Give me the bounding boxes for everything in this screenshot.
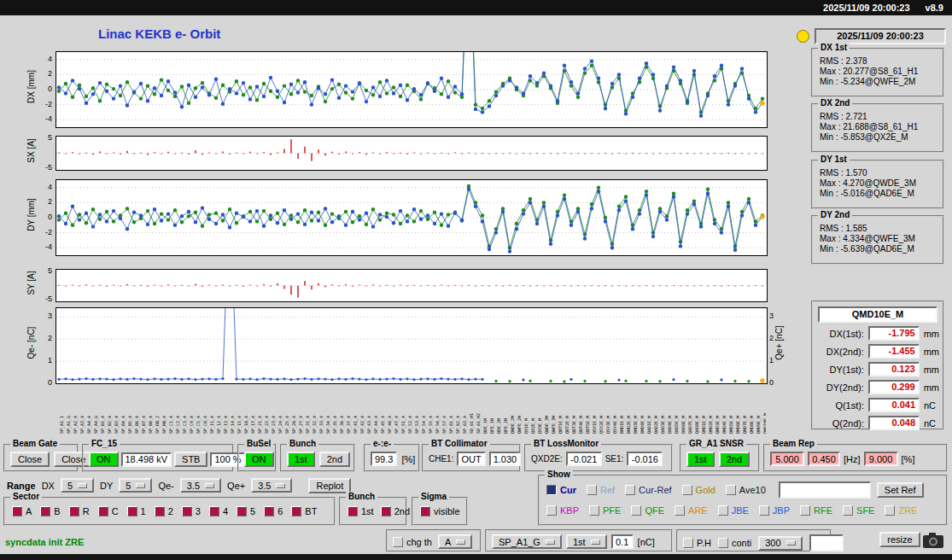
stat-group-title: DX 1st <box>818 43 850 52</box>
x-axis-label: QBT5E_M <box>585 416 590 434</box>
checkbox-jbe[interactable]: JBE <box>718 505 749 516</box>
checkbox-gold[interactable]: Gold <box>682 485 715 495</box>
checkbox-c[interactable]: C <box>98 506 119 516</box>
stat-group-title: DX 2nd <box>818 98 852 108</box>
qmd-row-value: 0.123 <box>868 362 920 376</box>
checkbox-cur-ref[interactable]: Cur-Ref <box>625 485 672 495</box>
set-ref-input[interactable] <box>779 481 871 499</box>
option-menu-icon <box>546 540 555 545</box>
checkbox-5[interactable]: 5 <box>237 506 255 516</box>
range-qe-plus-select[interactable]: 3.5 <box>251 478 292 493</box>
ee-ratio-group: e-:e- 99.3 [%] <box>364 444 420 472</box>
x-axis-label: SP_47_4 <box>394 416 399 434</box>
beam-rep-title: Beam Rep <box>770 439 817 448</box>
x-axis-label: SP_15_4 <box>237 416 242 434</box>
count-select[interactable]: 300 <box>758 536 802 551</box>
checkbox-box-icon <box>631 505 641 516</box>
stat-line: Max : 21.688@S8_61_H1 <box>813 121 943 131</box>
range-dx-select[interactable]: 5 <box>61 478 94 493</box>
range-qe-minus-select[interactable]: 3.5 <box>180 478 221 493</box>
range-dx-label: DX <box>42 481 55 491</box>
chg-th-checkbox-box <box>393 537 403 547</box>
checkbox-a[interactable]: A <box>12 506 32 516</box>
checkbox-pfe[interactable]: PFE <box>589 505 621 516</box>
checkbox-rfe[interactable]: RFE <box>800 505 832 516</box>
bpm-select[interactable]: SP_A1_G <box>492 534 562 549</box>
checkbox-box-icon <box>546 505 557 516</box>
qmd-row-value: 0.048 <box>868 416 920 430</box>
resize-button[interactable]: resize <box>879 532 920 547</box>
checkbox-label: ARE <box>688 505 708 516</box>
aux-input[interactable] <box>809 534 844 551</box>
ph-checkbox[interactable]: P.H <box>683 538 711 548</box>
stat-group-title: DY 1st <box>818 155 850 164</box>
range-dx-value: 5 <box>67 481 73 491</box>
bunch-number-select[interactable]: 1st <box>566 534 607 549</box>
x-axis-label: QMD9E_M <box>756 416 761 434</box>
checkbox-ref[interactable]: Ref <box>587 485 615 495</box>
dx-orbit-plot[interactable] <box>55 51 768 128</box>
tick-label: 4 <box>35 183 52 191</box>
beam-rep-readout-1: 5.000 <box>770 452 804 466</box>
charge-plot[interactable] <box>55 307 768 384</box>
set-ref-button[interactable]: Set Ref <box>877 482 924 498</box>
checkbox-ave10[interactable]: Ave10 <box>726 485 766 495</box>
sector-letter-select[interactable]: A <box>438 534 472 549</box>
checkbox-sfe[interactable]: SFE <box>843 505 874 516</box>
tick-label: 1 <box>35 356 52 365</box>
stat-group-dx-2nd: DX 2ndRMS : 2.721Max : 21.688@S8_61_H1Mi… <box>811 103 944 153</box>
dy-orbit-plot[interactable] <box>55 179 768 256</box>
checkbox-are[interactable]: ARE <box>675 505 708 516</box>
x-axis-label: QMD5E_M <box>728 416 733 434</box>
chg-th-group: chg th A <box>386 529 482 552</box>
x-axis-label: SP_23_4 <box>271 416 276 434</box>
beam-gate-title: Beam Gate <box>10 439 60 448</box>
replot-button[interactable]: Replot <box>308 478 351 493</box>
checkbox-b[interactable]: B <box>40 506 60 516</box>
checkbox-cur[interactable]: Cur <box>546 485 576 495</box>
bunch-select-group: Bunch 1st2nd <box>339 497 407 526</box>
x-axis-label: SP_17_4 <box>250 416 255 434</box>
checkbox-qfe[interactable]: QFE <box>631 505 664 516</box>
checkbox-6[interactable]: 6 <box>264 506 283 516</box>
checkbox-zre[interactable]: ZRE <box>885 505 917 516</box>
checkbox-r[interactable]: R <box>69 506 90 516</box>
checkbox-1[interactable]: 1 <box>127 506 146 516</box>
beam-gate-close-button-1[interactable]: Close <box>10 452 50 467</box>
sx-steering-plot[interactable] <box>55 136 768 171</box>
checkbox-2[interactable]: 2 <box>155 506 173 516</box>
checkbox-1st[interactable]: 1st <box>348 506 374 516</box>
x-axis-label: SP_B6_4 <box>134 416 139 434</box>
bunch-2nd-button[interactable]: 2nd <box>319 452 350 467</box>
x-axis-label: QMD2E_M <box>708 416 713 434</box>
checkbox-3[interactable]: 3 <box>182 506 201 516</box>
range-dy-select[interactable]: 5 <box>119 478 152 493</box>
checkbox-box-icon <box>291 506 301 516</box>
sector-group: Sector ABRC123456BT <box>3 497 336 526</box>
stat-line: RMS : 2.378 <box>813 55 943 66</box>
fc15-on-button[interactable]: ON <box>89 452 119 467</box>
charge-threshold-value[interactable]: 0.1 <box>611 534 634 549</box>
checkbox-4[interactable]: 4 <box>209 506 228 516</box>
checkbox-visible[interactable]: visible <box>420 506 460 516</box>
gr-snsr-1st-button[interactable]: 1st <box>686 452 715 467</box>
x-axis-label: QSY3E_M <box>605 416 610 434</box>
beam-rep-readout-2: 0.450 <box>808 452 840 466</box>
x-axis-label: QFE_1M <box>489 418 494 434</box>
chg-th-checkbox[interactable]: chg th <box>393 537 432 547</box>
sy-steering-plot[interactable] <box>55 269 768 302</box>
camera-button[interactable] <box>922 531 945 551</box>
fc15-stb-button[interactable]: STB <box>174 452 207 467</box>
option-menu-icon <box>786 540 796 545</box>
checkbox-2nd[interactable]: 2nd <box>381 506 410 516</box>
checkbox-bt[interactable]: BT <box>291 506 317 516</box>
checkbox-box-icon <box>69 506 79 516</box>
checkbox-kbp[interactable]: KBP <box>546 505 579 516</box>
x-axis-label: SP_12_4 <box>216 416 221 434</box>
option-menu-icon <box>205 483 214 488</box>
conti-checkbox[interactable]: conti <box>718 538 751 548</box>
gr-snsr-2nd-button[interactable]: 2nd <box>719 452 750 467</box>
checkbox-jbp[interactable]: JBP <box>759 505 790 516</box>
bunch-1st-button[interactable]: 1st <box>287 452 315 467</box>
busel-on-button[interactable]: ON <box>244 452 274 467</box>
